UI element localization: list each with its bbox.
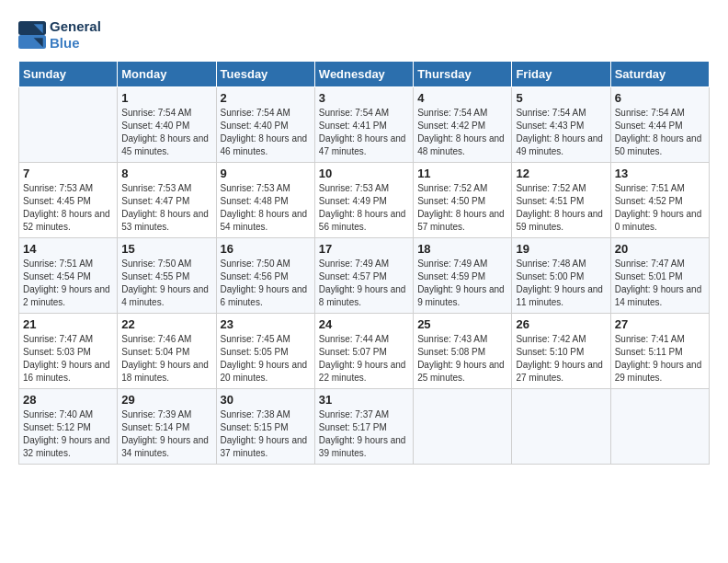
col-header-thursday: Thursday [414, 62, 512, 87]
day-number: 27 [615, 317, 705, 331]
logo: General Blue [18, 18, 101, 52]
cell-w1-d4: 3Sunrise: 7:54 AMSunset: 4:41 PMDaylight… [314, 87, 413, 163]
cell-w5-d1: 28Sunrise: 7:40 AMSunset: 5:12 PMDayligh… [19, 389, 118, 465]
day-number: 6 [615, 91, 705, 105]
cell-info: Sunrise: 7:54 AMSunset: 4:42 PMDaylight:… [417, 107, 507, 158]
cell-w1-d3: 2Sunrise: 7:54 AMSunset: 4:40 PMDaylight… [216, 87, 314, 163]
day-number: 18 [417, 242, 507, 256]
col-header-saturday: Saturday [610, 62, 709, 87]
cell-info: Sunrise: 7:53 AMSunset: 4:45 PMDaylight:… [23, 182, 113, 234]
logo-icon [18, 21, 46, 49]
cell-w3-d2: 15Sunrise: 7:50 AMSunset: 4:55 PMDayligh… [118, 238, 216, 314]
day-number: 20 [615, 242, 705, 256]
cell-info: Sunrise: 7:47 AMSunset: 5:01 PMDaylight:… [615, 258, 705, 309]
cell-w2-d5: 11Sunrise: 7:52 AMSunset: 4:50 PMDayligh… [414, 163, 512, 238]
cell-w1-d5: 4Sunrise: 7:54 AMSunset: 4:42 PMDaylight… [414, 87, 512, 163]
cell-info: Sunrise: 7:49 AMSunset: 4:59 PMDaylight:… [417, 258, 507, 309]
calendar-page: General Blue SundayMondayTuesdayWednesda… [0, 0, 728, 483]
cell-w4-d3: 23Sunrise: 7:45 AMSunset: 5:05 PMDayligh… [216, 314, 314, 389]
cell-w5-d4: 31Sunrise: 7:37 AMSunset: 5:17 PMDayligh… [314, 389, 413, 465]
cell-info: Sunrise: 7:37 AMSunset: 5:17 PMDaylight:… [319, 408, 409, 460]
cell-w5-d2: 29Sunrise: 7:39 AMSunset: 5:14 PMDayligh… [118, 389, 216, 465]
day-number: 25 [417, 317, 507, 331]
cell-w4-d5: 25Sunrise: 7:43 AMSunset: 5:08 PMDayligh… [414, 314, 512, 389]
header: General Blue [18, 18, 710, 52]
day-number: 28 [23, 393, 113, 407]
cell-info: Sunrise: 7:48 AMSunset: 5:00 PMDaylight:… [516, 258, 606, 309]
cell-w3-d4: 17Sunrise: 7:49 AMSunset: 4:57 PMDayligh… [314, 238, 413, 314]
cell-info: Sunrise: 7:40 AMSunset: 5:12 PMDaylight:… [23, 408, 113, 460]
cell-info: Sunrise: 7:51 AMSunset: 4:54 PMDaylight:… [23, 258, 113, 309]
day-number: 24 [319, 317, 409, 331]
col-header-sunday: Sunday [19, 62, 118, 87]
column-headers: SundayMondayTuesdayWednesdayThursdayFrid… [19, 62, 710, 87]
day-number: 23 [221, 317, 311, 331]
week-row-1: 1Sunrise: 7:54 AMSunset: 4:40 PMDaylight… [19, 87, 710, 163]
week-row-3: 14Sunrise: 7:51 AMSunset: 4:54 PMDayligh… [19, 238, 710, 314]
day-number: 17 [319, 242, 409, 256]
cell-info: Sunrise: 7:41 AMSunset: 5:11 PMDaylight:… [615, 333, 705, 385]
cell-w2-d7: 13Sunrise: 7:51 AMSunset: 4:52 PMDayligh… [610, 163, 709, 238]
cell-w5-d7 [610, 389, 709, 465]
cell-info: Sunrise: 7:42 AMSunset: 5:10 PMDaylight:… [516, 333, 606, 385]
day-number: 11 [417, 167, 507, 180]
cell-info: Sunrise: 7:54 AMSunset: 4:44 PMDaylight:… [615, 107, 705, 158]
day-number: 2 [221, 91, 311, 105]
week-row-5: 28Sunrise: 7:40 AMSunset: 5:12 PMDayligh… [19, 389, 710, 465]
cell-w4-d7: 27Sunrise: 7:41 AMSunset: 5:11 PMDayligh… [610, 314, 709, 389]
cell-w2-d2: 8Sunrise: 7:53 AMSunset: 4:47 PMDaylight… [118, 163, 216, 238]
cell-info: Sunrise: 7:54 AMSunset: 4:43 PMDaylight:… [516, 107, 606, 158]
cell-info: Sunrise: 7:53 AMSunset: 4:47 PMDaylight:… [121, 182, 211, 234]
cell-w4-d1: 21Sunrise: 7:47 AMSunset: 5:03 PMDayligh… [19, 314, 118, 389]
cell-info: Sunrise: 7:54 AMSunset: 4:40 PMDaylight:… [121, 107, 211, 158]
cell-info: Sunrise: 7:39 AMSunset: 5:14 PMDaylight:… [121, 408, 211, 460]
cell-w1-d6: 5Sunrise: 7:54 AMSunset: 4:43 PMDaylight… [512, 87, 610, 163]
cell-w4-d6: 26Sunrise: 7:42 AMSunset: 5:10 PMDayligh… [512, 314, 610, 389]
week-row-4: 21Sunrise: 7:47 AMSunset: 5:03 PMDayligh… [19, 314, 710, 389]
day-number: 4 [417, 91, 507, 105]
cell-info: Sunrise: 7:50 AMSunset: 4:55 PMDaylight:… [121, 258, 211, 309]
cell-w5-d6 [512, 389, 610, 465]
day-number: 29 [121, 393, 211, 407]
cell-w2-d1: 7Sunrise: 7:53 AMSunset: 4:45 PMDaylight… [19, 163, 118, 238]
cell-info: Sunrise: 7:47 AMSunset: 5:03 PMDaylight:… [23, 333, 113, 385]
cell-w2-d6: 12Sunrise: 7:52 AMSunset: 4:51 PMDayligh… [512, 163, 610, 238]
col-header-tuesday: Tuesday [216, 62, 314, 87]
cell-w2-d3: 9Sunrise: 7:53 AMSunset: 4:48 PMDaylight… [216, 163, 314, 238]
col-header-friday: Friday [512, 62, 610, 87]
cell-info: Sunrise: 7:46 AMSunset: 5:04 PMDaylight:… [121, 333, 211, 385]
cell-info: Sunrise: 7:44 AMSunset: 5:07 PMDaylight:… [319, 333, 409, 385]
day-number: 7 [23, 167, 113, 180]
day-number: 19 [516, 242, 606, 256]
day-number: 9 [221, 167, 311, 180]
cell-info: Sunrise: 7:51 AMSunset: 4:52 PMDaylight:… [615, 182, 705, 234]
cell-info: Sunrise: 7:43 AMSunset: 5:08 PMDaylight:… [417, 333, 507, 385]
day-number: 8 [121, 167, 211, 180]
logo-text: General Blue [50, 18, 101, 52]
cell-info: Sunrise: 7:50 AMSunset: 4:56 PMDaylight:… [221, 258, 311, 309]
day-number: 14 [23, 242, 113, 256]
day-number: 3 [319, 91, 409, 105]
day-number: 13 [615, 167, 705, 180]
cell-info: Sunrise: 7:54 AMSunset: 4:40 PMDaylight:… [221, 107, 311, 158]
day-number: 31 [319, 393, 409, 407]
cell-w3-d5: 18Sunrise: 7:49 AMSunset: 4:59 PMDayligh… [414, 238, 512, 314]
col-header-monday: Monday [118, 62, 216, 87]
day-number: 1 [121, 91, 211, 105]
cell-w5-d3: 30Sunrise: 7:38 AMSunset: 5:15 PMDayligh… [216, 389, 314, 465]
day-number: 15 [121, 242, 211, 256]
cell-w3-d1: 14Sunrise: 7:51 AMSunset: 4:54 PMDayligh… [19, 238, 118, 314]
cell-w3-d3: 16Sunrise: 7:50 AMSunset: 4:56 PMDayligh… [216, 238, 314, 314]
cell-w1-d2: 1Sunrise: 7:54 AMSunset: 4:40 PMDaylight… [118, 87, 216, 163]
day-number: 30 [221, 393, 311, 407]
day-number: 12 [516, 167, 606, 180]
col-header-wednesday: Wednesday [314, 62, 413, 87]
day-number: 16 [221, 242, 311, 256]
cell-w4-d2: 22Sunrise: 7:46 AMSunset: 5:04 PMDayligh… [118, 314, 216, 389]
cell-w2-d4: 10Sunrise: 7:53 AMSunset: 4:49 PMDayligh… [314, 163, 413, 238]
day-number: 21 [23, 317, 113, 331]
calendar-table: SundayMondayTuesdayWednesdayThursdayFrid… [18, 61, 710, 465]
cell-info: Sunrise: 7:53 AMSunset: 4:49 PMDaylight:… [319, 182, 409, 234]
day-number: 10 [319, 167, 409, 180]
cell-info: Sunrise: 7:45 AMSunset: 5:05 PMDaylight:… [221, 333, 311, 385]
